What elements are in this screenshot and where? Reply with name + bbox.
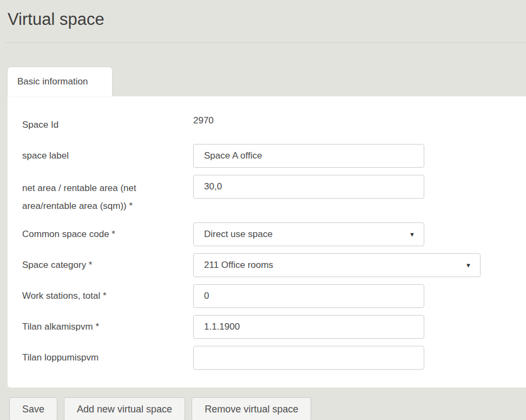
field-row-tilan-alkamispvm: Tilan alkamispvm * <box>22 315 526 339</box>
common-space-code-selected-value: Direct use space <box>204 229 273 240</box>
field-label-common-space-code: Common space code * <box>22 228 193 240</box>
field-row-space-id: Space Id 2970 <box>22 114 526 131</box>
page-title: Virtual space <box>0 0 526 30</box>
work-stations-input[interactable] <box>193 284 424 308</box>
save-button[interactable]: Save <box>9 397 57 420</box>
field-label-space-category: Space category * <box>22 259 193 271</box>
field-label-space-label: space label <box>22 150 193 162</box>
field-label-net-area: net area / rentable area (net area/renta… <box>22 175 193 215</box>
action-button-row: Save Add new virtual space Remove virtua… <box>9 397 526 420</box>
virtual-space-page: Virtual space Basic information Space Id… <box>0 0 526 420</box>
field-row-net-area: net area / rentable area (net area/renta… <box>22 175 526 215</box>
dropdown-arrow-icon: ▼ <box>465 262 471 268</box>
common-space-code-select[interactable]: Direct use space ▼ <box>193 222 424 246</box>
field-row-space-label: space label <box>22 144 526 168</box>
space-id-value: 2970 <box>193 114 214 126</box>
field-row-space-category: Space category * 211 Office rooms ▼ <box>22 253 526 277</box>
tab-basic-information[interactable]: Basic information <box>8 67 112 96</box>
field-row-work-stations: Work stations, total * <box>22 284 526 308</box>
field-label-work-stations: Work stations, total * <box>22 290 193 302</box>
space-label-input[interactable] <box>193 144 424 168</box>
tilan-alkamispvm-input[interactable] <box>193 315 424 339</box>
remove-virtual-space-button[interactable]: Remove virtual space <box>192 397 311 420</box>
tab-label: Basic information <box>17 76 88 87</box>
space-category-select[interactable]: 211 Office rooms ▼ <box>193 253 481 277</box>
header-divider <box>4 42 526 43</box>
basic-information-panel: Space Id 2970 space label net area / ren… <box>8 96 526 388</box>
field-label-space-id: Space Id <box>22 114 193 131</box>
field-label-tilan-alkamispvm: Tilan alkamispvm * <box>22 321 193 333</box>
field-row-tilan-loppumispvm: Tilan loppumispvm <box>22 346 526 370</box>
space-category-selected-value: 211 Office rooms <box>204 260 273 271</box>
tilan-loppumispvm-input[interactable] <box>193 346 424 370</box>
add-new-virtual-space-button[interactable]: Add new virtual space <box>64 397 185 420</box>
field-label-tilan-loppumispvm: Tilan loppumispvm <box>22 352 193 364</box>
net-area-input[interactable] <box>193 175 424 199</box>
dropdown-arrow-icon: ▼ <box>409 232 415 238</box>
field-row-common-space-code: Common space code * Direct use space ▼ <box>22 222 526 246</box>
